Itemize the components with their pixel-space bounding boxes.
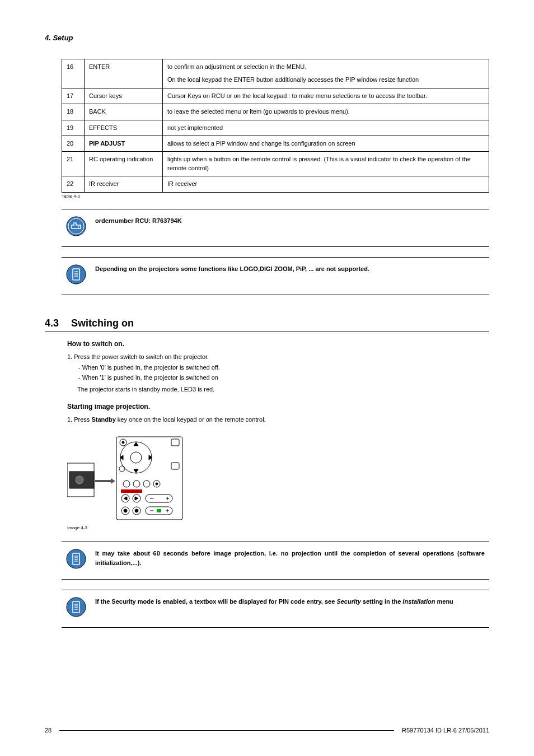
row-number: 20 [62,136,85,151]
callout-security: If the Security mode is enabled, a textb… [62,590,489,628]
section-title: Switching on [71,318,134,329]
table-row: 16ENTERto confirm an adjustment or selec… [62,59,489,88]
row-description: to leave the selected menu or item (go u… [163,104,489,120]
step: 1. Press the power switch to switch on t… [67,352,489,362]
svg-rect-36 [157,509,161,512]
keypad-image [67,432,489,523]
svg-point-23 [156,483,158,485]
callout-text: If the Security mode is enabled, a textb… [95,596,485,606]
step: 1. Press Standby key once on the local k… [67,415,489,425]
row-description: allows to select a PiP window and change… [163,136,489,151]
page-footer: 28 R59770134 ID LR-6 27/05/2011 [45,727,489,734]
note-icon [66,597,86,617]
svg-point-46 [67,598,86,617]
callout-ordernumber: ordernumber RCU: R763794K [62,209,489,247]
svg-point-40 [67,549,86,568]
steps-starting: 1. Press Standby key once on the local k… [67,415,489,425]
step-note: The projector starts in standby mode, LE… [77,385,489,395]
row-description: lights up when a button on the remote co… [163,152,489,176]
table-caption: Table 4-2 [62,194,489,199]
table-row: 21RC operating indicationlights up when … [62,152,489,176]
row-description: not yet implemented [163,120,489,136]
callout-unsupported: Depending on the projectors some functio… [62,257,489,295]
section-number: 4.3 [45,318,59,329]
document-id: R59770134 ID LR-6 27/05/2011 [402,727,489,734]
steps-howto: 1. Press the power switch to switch on t… [67,352,489,395]
table-row: 18BACKto leave the selected menu or item… [62,104,489,120]
row-label: BACK [85,104,163,120]
row-description: IR receiver [163,176,489,192]
footer-rule [59,730,394,731]
row-label: RC operating indication [85,152,163,176]
rcu-functions-table: 16ENTERto confirm an adjustment or selec… [62,59,489,193]
row-label: EFFECTS [85,120,163,136]
row-number: 16 [62,59,85,88]
row-number: 17 [62,88,85,104]
section-heading: 4.3 Switching on [45,318,489,332]
row-label: PIP ADJUST [85,136,163,151]
table-row: 19EFFECTSnot yet implemented [62,120,489,136]
table-row: 17Cursor keysCursor Keys on RCU or on th… [62,88,489,104]
substep: - When '0' is pushed in, the projector i… [78,363,489,373]
row-label: IR receiver [85,176,163,192]
svg-point-15 [122,441,124,444]
svg-rect-24 [121,489,142,493]
sub-heading-howto: How to switch on. [67,340,489,348]
callout-text: Depending on the projectors some functio… [95,263,485,274]
row-description: Cursor Keys on RCU or on the local keypa… [163,88,489,104]
sub-heading-starting: Starting image projection. [67,403,489,410]
row-number: 18 [62,104,85,120]
table-row: 22IR receiverIR receiver [62,176,489,192]
callout-text: It may take about 60 seconds before imag… [95,548,485,567]
row-label: ENTER [85,59,163,88]
row-label: Cursor keys [85,88,163,104]
substep: - When '1' is pushed in, the projector i… [78,373,489,383]
table-row: 20PIP ADJUSTallows to select a PiP windo… [62,136,489,151]
row-number: 21 [62,152,85,176]
note-icon [66,549,86,569]
callout-delay: It may take about 60 seconds before imag… [62,542,489,580]
row-number: 19 [62,120,85,136]
row-description: to confirm an adjustment or selection in… [163,59,489,88]
page-header: 4. Setup [45,34,489,42]
row-number: 22 [62,176,85,192]
callout-text: ordernumber RCU: R763794K [95,215,485,226]
hand-point-icon [66,216,86,236]
image-caption: Image 4-3 [67,525,489,530]
svg-point-2 [67,265,86,284]
note-icon [66,264,86,284]
svg-point-34 [135,509,138,512]
svg-point-10 [76,476,83,484]
svg-point-0 [67,217,86,236]
svg-point-32 [124,509,127,512]
page-number: 28 [45,727,51,734]
